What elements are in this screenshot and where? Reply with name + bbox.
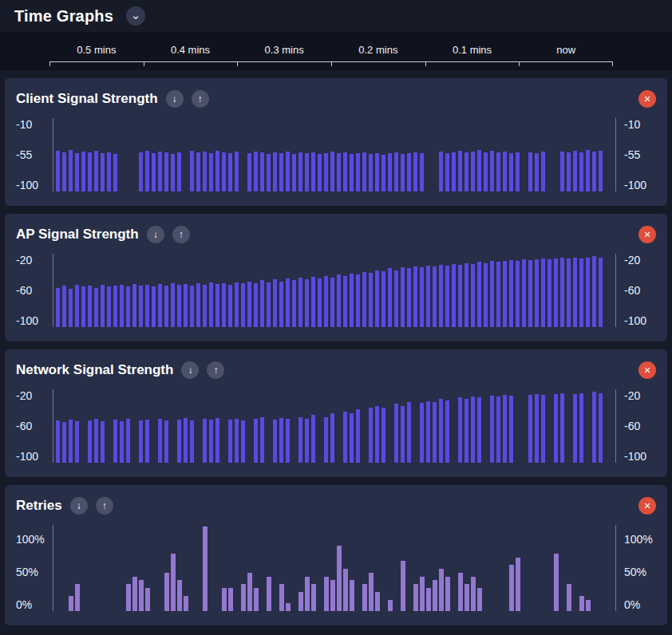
close-button[interactable]: ✕ <box>638 497 656 515</box>
bar <box>305 577 310 611</box>
bar <box>464 584 469 611</box>
bar <box>113 286 117 327</box>
close-button[interactable]: ✕ <box>638 226 656 243</box>
arrow-down-icon: ↓ <box>172 94 177 104</box>
bar <box>228 588 233 611</box>
time-axis-label: 0.2 mins <box>358 44 397 56</box>
time-axis-segment: 0.2 mins <box>331 44 425 62</box>
y-tick-label: -60 <box>16 420 53 432</box>
bar <box>113 420 117 463</box>
bar <box>260 417 264 463</box>
bar <box>413 152 417 191</box>
chart-area: -10 -55 -100 -10 -55 -100 <box>16 118 656 191</box>
bar <box>273 152 277 191</box>
bar <box>139 580 144 611</box>
bar <box>522 259 526 327</box>
move-down-button[interactable]: ↓ <box>70 497 88 515</box>
bar <box>541 258 545 327</box>
bar <box>203 419 207 463</box>
y-tick-label: 50% <box>624 566 656 578</box>
bar <box>381 408 385 463</box>
bar <box>279 153 283 191</box>
bar <box>273 279 277 327</box>
bar <box>318 278 322 327</box>
bar <box>573 151 577 191</box>
bar <box>484 263 488 328</box>
bar <box>241 283 245 327</box>
bar <box>164 420 168 463</box>
move-down-button[interactable]: ↓ <box>181 361 199 379</box>
bar <box>362 152 366 191</box>
bar <box>535 394 539 463</box>
time-axis-label: 0.3 mins <box>265 44 304 56</box>
bar <box>254 152 258 191</box>
bar <box>388 268 392 327</box>
panels-container: Client Signal Strength ↓ ↑ ✕ -10 -55 -10… <box>0 70 672 625</box>
bar <box>254 283 258 327</box>
bar <box>426 588 431 611</box>
arrow-up-icon: ↑ <box>102 501 107 511</box>
bar <box>94 151 98 191</box>
bar <box>350 580 354 611</box>
bar <box>401 267 405 327</box>
y-axis-right: -10 -55 -100 <box>616 118 656 191</box>
move-up-button[interactable]: ↑ <box>192 90 209 108</box>
bar <box>567 584 571 611</box>
y-tick-label: -100 <box>16 179 53 191</box>
chart-area: -20 -60 -100 -20 -60 -100 <box>16 254 656 327</box>
panel-network-signal-strength: Network Signal Strength ↓ ↑ ✕ -20 -60 -1… <box>5 349 667 477</box>
bar <box>477 262 481 327</box>
bar <box>209 153 213 191</box>
bar <box>139 286 143 327</box>
bar <box>343 569 348 611</box>
time-axis-label: 0.5 mins <box>77 44 116 56</box>
bar <box>439 152 443 191</box>
bar <box>362 272 366 327</box>
bar <box>490 396 494 463</box>
bar <box>196 152 200 191</box>
bar <box>407 153 411 191</box>
arrow-up-icon: ↑ <box>198 94 203 104</box>
bar <box>477 150 481 191</box>
bar <box>554 394 558 463</box>
bar <box>560 258 564 327</box>
bar <box>375 592 380 611</box>
bar <box>420 577 425 611</box>
bar <box>439 569 444 611</box>
bar-chart <box>53 118 616 191</box>
bar <box>381 271 385 327</box>
app-header: Time Graphs ⌄ <box>0 0 672 32</box>
move-down-button[interactable]: ↓ <box>166 90 184 108</box>
bar <box>547 259 551 327</box>
bar <box>286 278 290 327</box>
bar <box>75 584 80 611</box>
bar <box>158 284 162 327</box>
bar <box>241 584 246 611</box>
bar <box>452 152 456 191</box>
move-up-button[interactable]: ↑ <box>96 497 113 515</box>
bar <box>369 573 374 611</box>
bar <box>75 421 79 463</box>
page-title: Time Graphs <box>14 7 113 26</box>
bar <box>88 152 92 191</box>
close-button[interactable]: ✕ <box>638 90 656 108</box>
bar <box>62 422 66 463</box>
move-up-button[interactable]: ↑ <box>172 226 190 243</box>
bar <box>458 397 462 463</box>
bar <box>145 588 150 611</box>
time-axis-label: 0.4 mins <box>171 44 210 56</box>
y-tick-label: -20 <box>624 389 656 402</box>
bar <box>247 573 252 611</box>
bar <box>541 152 545 191</box>
bar <box>592 152 596 191</box>
time-axis-segment: 0.5 mins <box>49 44 144 62</box>
move-down-button[interactable]: ↓ <box>147 226 164 243</box>
move-up-button[interactable]: ↑ <box>207 361 224 379</box>
bar <box>330 413 334 463</box>
bar <box>503 261 507 327</box>
panel-ap-signal-strength: AP Signal Strength ↓ ↑ ✕ -20 -60 -100 -2… <box>5 214 667 341</box>
bar <box>324 153 328 191</box>
bar <box>69 289 73 327</box>
close-button[interactable]: ✕ <box>638 361 656 379</box>
collapse-button[interactable]: ⌄ <box>126 6 145 26</box>
